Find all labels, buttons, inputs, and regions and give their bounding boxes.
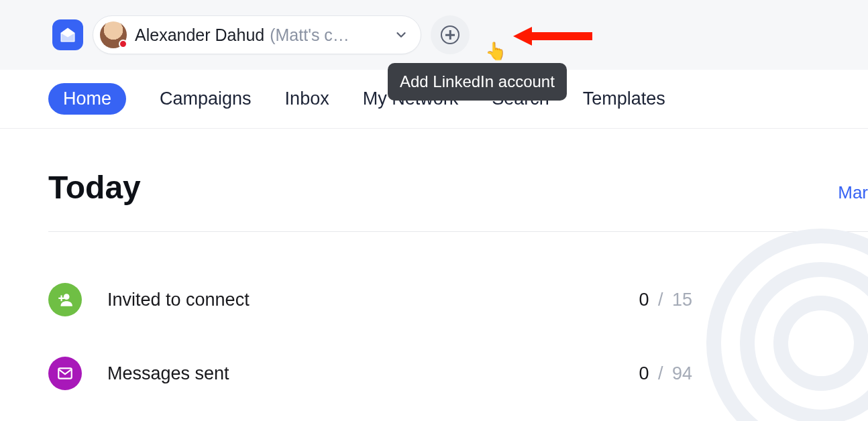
tab-campaigns[interactable]: Campaigns xyxy=(160,88,252,109)
account-label: Alexander Dahud (Matt's c… xyxy=(135,25,349,45)
status-dot-icon xyxy=(119,40,127,48)
invite-icon xyxy=(48,283,82,316)
tooltip: Add LinkedIn account xyxy=(388,63,567,101)
stats-list: Invited to connect 0 / 15 Messages sent … xyxy=(48,232,868,390)
stat-value: 0 xyxy=(639,290,649,310)
stat-label: Messages sent xyxy=(107,363,613,384)
stat-value: 0 xyxy=(639,363,649,383)
stat-row-invited: Invited to connect 0 / 15 xyxy=(48,283,692,316)
stat-separator: / xyxy=(654,363,667,383)
stat-value-group: 0 / 94 xyxy=(639,363,692,384)
stat-label: Invited to connect xyxy=(107,290,613,310)
stat-value-group: 0 / 15 xyxy=(639,290,692,310)
plus-circle-icon xyxy=(441,25,459,44)
svg-marker-1 xyxy=(513,27,532,46)
page-title: Today xyxy=(48,169,141,206)
account-name: Alexander Dahud xyxy=(135,25,264,45)
tab-templates[interactable]: Templates xyxy=(583,88,665,109)
manage-link[interactable]: Mar xyxy=(838,182,868,203)
main-content: Today Mar Invited to connect 0 / 15 Mess… xyxy=(0,129,868,390)
today-header: Today Mar xyxy=(48,169,868,232)
tab-inbox[interactable]: Inbox xyxy=(285,88,329,109)
envelope-open-icon xyxy=(58,25,77,44)
tab-home[interactable]: Home xyxy=(48,83,126,115)
account-selector[interactable]: Alexander Dahud (Matt's c… xyxy=(93,15,421,54)
svg-point-2 xyxy=(64,294,70,300)
mail-icon xyxy=(48,357,82,390)
pointer-cursor-icon: 👆 xyxy=(485,42,506,60)
annotation-arrow-icon xyxy=(513,23,594,50)
chevron-down-icon xyxy=(394,27,409,42)
stat-max: 94 xyxy=(672,363,692,383)
account-subtitle: (Matt's c… xyxy=(270,25,349,45)
add-account-button[interactable] xyxy=(431,15,470,54)
stat-row-messages: Messages sent 0 / 94 xyxy=(48,357,692,390)
app-logo xyxy=(52,19,83,50)
stat-separator: / xyxy=(654,290,667,310)
avatar xyxy=(100,21,127,48)
top-bar: Alexander Dahud (Matt's c… 👆 xyxy=(0,0,868,70)
stat-max: 15 xyxy=(672,290,692,310)
